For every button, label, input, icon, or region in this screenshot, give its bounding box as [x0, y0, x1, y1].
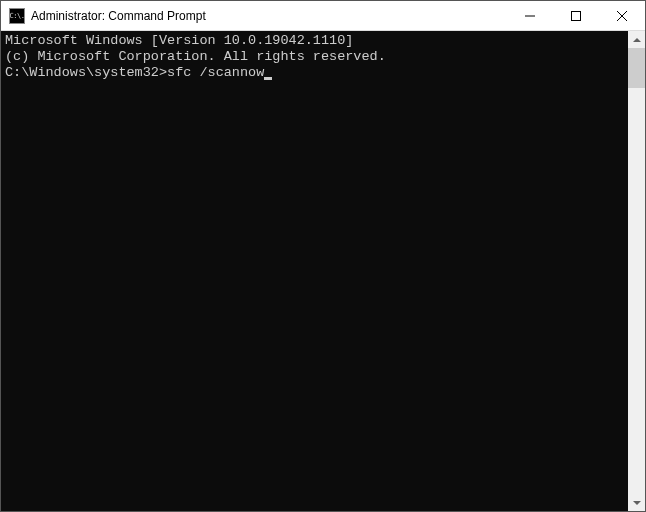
close-button[interactable] [599, 1, 645, 30]
vertical-scrollbar[interactable] [628, 31, 645, 511]
window-title: Administrator: Command Prompt [31, 9, 507, 23]
titlebar[interactable]: C:\. Administrator: Command Prompt [1, 1, 645, 31]
svg-marker-5 [633, 501, 641, 505]
terminal-area: Microsoft Windows [Version 10.0.19042.11… [1, 31, 645, 511]
window-controls [507, 1, 645, 30]
terminal[interactable]: Microsoft Windows [Version 10.0.19042.11… [1, 31, 628, 511]
svg-rect-1 [572, 11, 581, 20]
command-prompt-window: C:\. Administrator: Command Prompt Micro… [0, 0, 646, 512]
cursor [264, 77, 272, 80]
output-line: (c) Microsoft Corporation. All rights re… [5, 49, 624, 65]
output-line: Microsoft Windows [Version 10.0.19042.11… [5, 33, 624, 49]
svg-marker-4 [633, 38, 641, 42]
maximize-button[interactable] [553, 1, 599, 30]
scrollbar-thumb[interactable] [628, 48, 645, 88]
scroll-up-button[interactable] [628, 31, 645, 48]
prompt: C:\Windows\system32> [5, 65, 167, 80]
minimize-button[interactable] [507, 1, 553, 30]
cmd-icon: C:\. [9, 8, 25, 24]
command-input[interactable]: sfc /scannow [167, 65, 264, 80]
scrollbar-track[interactable] [628, 48, 645, 494]
scroll-down-button[interactable] [628, 494, 645, 511]
